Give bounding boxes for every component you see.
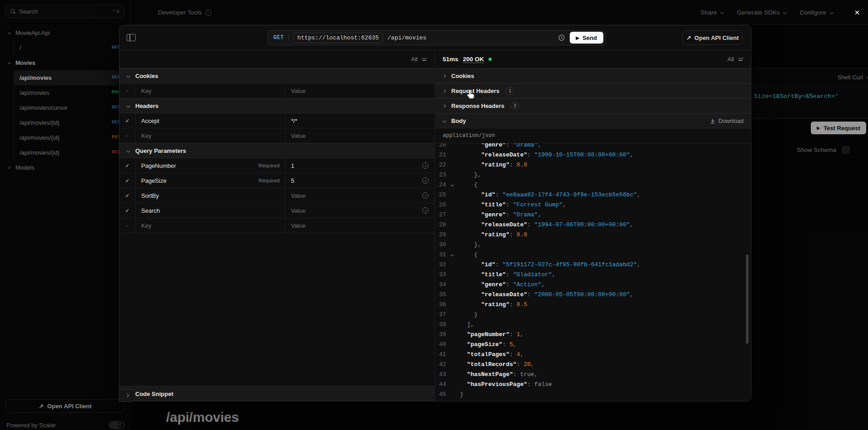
token — [460, 271, 481, 278]
code-line: 42 "totalRecords": 20, — [435, 360, 751, 370]
value-field[interactable]: Valuei — [286, 203, 434, 218]
status-badge[interactable]: 200 OK — [463, 56, 484, 63]
kv-row: ✓Accept*/* — [119, 113, 434, 128]
fold-gutter — [451, 240, 460, 250]
response-filter[interactable]: All — [728, 56, 744, 63]
base-url-field[interactable]: https://localhost:62635 — [293, 33, 383, 43]
code-text: } — [460, 310, 478, 320]
value-field[interactable]: Valuei — [286, 188, 434, 203]
response-section-cookies[interactable]: Cookies — [435, 68, 751, 83]
token: 4 — [517, 351, 520, 358]
info-icon[interactable]: i — [422, 177, 429, 184]
info-icon[interactable]: i — [422, 207, 429, 214]
token: "1994-07-06T00:00:00+00:00" — [534, 221, 630, 228]
chevron-down-icon — [442, 119, 446, 122]
open-api-client-button[interactable]: ↗ Open API Client — [682, 30, 743, 45]
row-checkbox[interactable]: ✓ — [119, 83, 136, 98]
fold-toggle[interactable] — [451, 250, 460, 260]
token: "hasPreviousPage" — [467, 381, 528, 388]
token: , — [531, 361, 534, 368]
info-icon[interactable]: i — [422, 162, 429, 169]
token: : — [527, 221, 534, 228]
key-field[interactable]: Search — [136, 203, 286, 218]
code-text: "title": "Forrest Gump", — [460, 200, 566, 210]
code-text: "genre": "Action", — [460, 280, 545, 290]
token: , — [552, 271, 556, 278]
fold-gutter — [451, 230, 460, 240]
value-field[interactable]: Value — [286, 218, 434, 233]
row-checkbox[interactable]: ✓ — [119, 218, 136, 233]
token: : — [503, 341, 510, 348]
row-checkbox[interactable]: ✓ — [119, 128, 136, 143]
token: "Forrest Gump" — [513, 201, 562, 208]
row-checkbox[interactable]: ✓ — [119, 173, 136, 188]
code-text: ], — [460, 320, 474, 330]
key-field[interactable]: PageSizeRequired — [136, 173, 286, 188]
fold-gutter — [451, 143, 460, 150]
row-checkbox[interactable]: ✓ — [119, 188, 136, 203]
value-field[interactable]: Value — [286, 128, 434, 143]
download-icon — [710, 118, 715, 124]
code-text: "pageSize": 5, — [460, 340, 517, 350]
section-cookies[interactable]: Cookies — [119, 68, 434, 83]
kv-row: ✓KeyValue — [119, 83, 434, 98]
key-field[interactable]: SortBy — [136, 188, 286, 203]
chevron-right-icon — [442, 74, 446, 78]
code-text: "rating": 8.8 — [460, 230, 527, 240]
code-line: 43 "hasNextPage": true, — [435, 370, 751, 380]
token: "Drama" — [513, 143, 538, 148]
request-panel: All Cookies✓KeyValueHeaders✓Accept*/*✓Ke… — [119, 50, 435, 401]
response-section-body[interactable]: BodyDownload — [435, 113, 751, 128]
token: : — [506, 211, 513, 218]
value-field[interactable]: Value — [286, 83, 434, 98]
token: }, — [460, 171, 481, 178]
sidebar-toggle-icon[interactable] — [127, 34, 136, 41]
code-text: "genre": "Drama", — [460, 143, 541, 150]
fold-toggle[interactable] — [451, 180, 460, 190]
key-field[interactable]: Key — [136, 83, 286, 98]
expand-sidebar-tab[interactable] — [119, 389, 135, 402]
code-text: { — [460, 180, 478, 190]
address-bar: GET https://localhost:62635 /api/movies … — [267, 30, 606, 45]
history-icon[interactable] — [558, 34, 565, 41]
send-button[interactable]: ▶ Send — [570, 32, 604, 44]
row-checkbox[interactable]: ✓ — [119, 203, 136, 218]
section-query-parameters[interactable]: Query Parameters — [119, 143, 434, 158]
path-field[interactable]: /api/movies — [388, 34, 427, 41]
row-checkbox[interactable]: ✓ — [119, 158, 136, 173]
scrollbar-thumb[interactable] — [746, 254, 749, 344]
fold-gutter — [451, 150, 460, 160]
code-snippet-section[interactable]: Code Snippet — [119, 386, 434, 401]
fold-gutter — [451, 330, 460, 340]
code-text: "title": "Gladiator", — [460, 270, 556, 280]
code-line: 31 { — [435, 250, 751, 260]
token: "2000-05-05T00:00:00+00:00" — [534, 291, 630, 298]
fold-gutter — [451, 370, 460, 380]
key-field[interactable]: Accept — [136, 113, 286, 128]
token: : — [513, 371, 520, 378]
code-line: 36 "rating": 8.5 — [435, 300, 751, 310]
request-filter[interactable]: All — [119, 50, 434, 68]
section-headers[interactable]: Headers — [119, 98, 434, 113]
value-field[interactable]: 1i — [286, 158, 434, 173]
key-text: PageSize — [141, 177, 167, 184]
token: "totalPages" — [467, 351, 510, 358]
info-icon[interactable]: i — [422, 192, 429, 199]
chevron-right-icon — [125, 394, 129, 397]
request-bar: GET https://localhost:62635 /api/movies … — [119, 25, 751, 50]
response-section-request-headers[interactable]: Request Headers1 — [435, 83, 751, 98]
section-label: Response Headers — [451, 103, 504, 109]
row-checkbox[interactable]: ✓ — [119, 113, 136, 128]
key-field[interactable]: Key — [136, 218, 286, 233]
code-line: 29 "rating": 8.8 — [435, 230, 751, 240]
value-field[interactable]: 5i — [286, 173, 434, 188]
key-field[interactable]: Key — [136, 128, 286, 143]
close-button[interactable]: ✕ — [852, 7, 863, 18]
token: , — [538, 211, 542, 218]
download-button[interactable]: Download — [710, 118, 744, 124]
token — [460, 201, 481, 208]
value-field[interactable]: */* — [286, 113, 434, 128]
key-field[interactable]: PageNumberRequired — [136, 158, 286, 173]
response-section-response-headers[interactable]: Response Headers3 — [435, 98, 751, 113]
code-text: "releaseDate": "1999-10-15T00:00:00+00:0… — [460, 150, 633, 160]
